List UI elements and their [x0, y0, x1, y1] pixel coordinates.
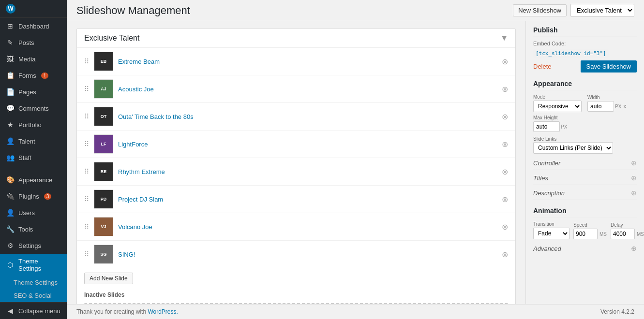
- footer-left: Thank you for creating with WordPress.: [76, 308, 178, 315]
- submenu-seo-social[interactable]: SEO & Social: [0, 289, 67, 302]
- publish-actions-row: Delete Save Slideshow: [533, 60, 637, 72]
- slide-name-link[interactable]: Extreme Beam: [118, 58, 497, 65]
- drag-handle-icon[interactable]: ⠿: [84, 58, 89, 65]
- save-slideshow-button[interactable]: Save Slideshow: [581, 60, 637, 72]
- slide-name-link[interactable]: LightForce: [118, 141, 497, 148]
- sidebar-item-users[interactable]: 👤 Users: [0, 204, 67, 221]
- submenu-theme-settings[interactable]: Theme Settings: [0, 276, 67, 289]
- table-row: ⠿ PD Project DJ Slam ⊗: [77, 186, 515, 213]
- collapse-menu-button[interactable]: ◀ Collapse menu: [0, 303, 67, 319]
- right-sidebar: Publish Embed Code: [tcx_slideshow id="3…: [525, 21, 644, 304]
- theme-settings-icon: ⬡: [6, 261, 15, 269]
- editor: Exclusive Talent ▼ ⠿ EB Extreme Beam ⊗ ⠿…: [67, 21, 525, 304]
- users-icon: 👤: [6, 208, 15, 217]
- slideshow-selector[interactable]: Exclusive Talent: [570, 4, 634, 17]
- appearance-title: Appearance: [533, 80, 637, 90]
- mode-select[interactable]: Responsive: [533, 101, 582, 112]
- table-row: ⠿ EB Extreme Beam ⊗: [77, 48, 515, 75]
- delay-input[interactable]: 4000: [611, 229, 635, 239]
- sidebar-item-label: Forms: [18, 72, 36, 79]
- sidebar-item-dashboard[interactable]: ⊞ Dashboard: [0, 18, 67, 34]
- slide-name-link[interactable]: Project DJ Slam: [118, 196, 497, 203]
- controller-collapsible[interactable]: Controller ⊕: [533, 157, 637, 170]
- slide-delete-icon[interactable]: ⊗: [502, 222, 508, 232]
- max-height-input[interactable]: auto: [533, 121, 560, 132]
- sidebar-item-portfolio[interactable]: ★ Portfolio: [0, 116, 67, 133]
- drag-handle-icon[interactable]: ⠿: [84, 223, 89, 231]
- description-collapsible[interactable]: Description ⊕: [533, 187, 637, 200]
- slide-links-label: Slide Links: [533, 136, 556, 142]
- slide-name-link[interactable]: Rhythm Extreme: [118, 168, 497, 175]
- table-row: ⠿ RE Rhythm Extreme ⊗: [77, 158, 515, 186]
- media-icon: 🖼: [6, 55, 15, 63]
- speed-input[interactable]: 900: [573, 229, 598, 239]
- slide-delete-icon[interactable]: ⊗: [502, 57, 508, 66]
- sidebar-item-posts[interactable]: ✎ Posts: [0, 34, 67, 51]
- slide-delete-icon[interactable]: ⊗: [502, 167, 508, 176]
- delay-col: Delay 4000 MS: [611, 222, 644, 239]
- slide-thumbnail: EB: [94, 52, 113, 71]
- appearance-section: Appearance Mode Responsive Width auto PX: [533, 80, 637, 200]
- slide-delete-icon[interactable]: ⊗: [502, 140, 508, 149]
- sidebar-item-tools[interactable]: 🔧 Tools: [0, 221, 67, 237]
- advanced-label: Advanced: [533, 245, 561, 252]
- description-label: Description: [533, 189, 565, 197]
- sidebar-item-appearance[interactable]: 🎨 Appearance: [0, 172, 67, 188]
- sidebar-item-media[interactable]: 🖼 Media: [0, 51, 67, 67]
- sidebar-item-forms[interactable]: 📋 Forms 1: [0, 67, 67, 84]
- talent-icon: 👤: [6, 137, 15, 145]
- slide-delete-icon[interactable]: ⊗: [502, 112, 508, 121]
- drag-handle-icon[interactable]: ⠿: [84, 168, 89, 175]
- slide-links-select[interactable]: Custom Links (Per Slide): [533, 142, 613, 154]
- sidebar-item-label: Staff: [18, 154, 31, 161]
- slide-delete-icon[interactable]: ⊗: [502, 250, 508, 259]
- sidebar-item-label: Users: [18, 209, 35, 217]
- titles-collapsible[interactable]: Titles ⊕: [533, 172, 637, 185]
- width-input[interactable]: auto: [587, 101, 614, 112]
- topbar: Slideshow Management New Slideshow Exclu…: [67, 0, 644, 21]
- drag-handle-icon[interactable]: ⠿: [84, 113, 89, 120]
- drag-handle-icon[interactable]: ⠿: [84, 250, 89, 258]
- add-new-slide-button[interactable]: Add New Slide: [84, 273, 133, 284]
- max-height-label: Max Height: [533, 115, 567, 120]
- drag-handle-icon[interactable]: ⠿: [84, 140, 89, 148]
- sidebar-item-pages[interactable]: 📄 Pages: [0, 84, 67, 100]
- slide-name-link[interactable]: Volcano Joe: [118, 223, 497, 231]
- sidebar-item-plugins[interactable]: 🔌 Plugins 3: [0, 188, 67, 204]
- titles-label: Titles: [533, 174, 548, 182]
- main-content: Slideshow Management New Slideshow Exclu…: [67, 0, 644, 319]
- animation-section: Animation Transition Fade Speed 900 MS: [533, 207, 637, 255]
- sidebar-item-talent[interactable]: 👤 Talent: [0, 133, 67, 149]
- slide-name-link[interactable]: Acoustic Joe: [118, 86, 497, 93]
- dimension-separator: x: [623, 103, 626, 110]
- thumb-label: LF: [101, 142, 106, 146]
- slide-name-link[interactable]: SING!: [118, 251, 497, 258]
- slide-delete-icon[interactable]: ⊗: [502, 195, 508, 204]
- sidebar-item-label: Portfolio: [18, 121, 42, 129]
- slide-thumbnail: LF: [94, 134, 113, 154]
- publish-section: Publish Embed Code: [tcx_slideshow id="3…: [533, 26, 637, 72]
- thumb-label: VJ: [101, 224, 106, 229]
- sidebar-item-comments[interactable]: 💬 Comments: [0, 100, 67, 116]
- sidebar-logo: W: [0, 0, 67, 18]
- animation-title: Animation: [533, 207, 637, 218]
- delete-link[interactable]: Delete: [533, 63, 552, 70]
- slide-delete-icon[interactable]: ⊗: [502, 85, 508, 94]
- sidebar-item-staff[interactable]: 👥 Staff: [0, 149, 67, 166]
- topbar-right: New Slideshow Exclusive Talent: [513, 4, 634, 17]
- drag-handle-icon[interactable]: ⠿: [84, 85, 89, 93]
- slideshow-collapse-button[interactable]: ▼: [500, 34, 508, 43]
- transition-select[interactable]: Fade: [533, 228, 569, 239]
- slide-thumbnail: SG: [94, 245, 113, 264]
- table-row: ⠿ SG SING! ⊗: [77, 241, 515, 268]
- sidebar-item-settings[interactable]: ⚙ Settings: [0, 237, 67, 254]
- new-slideshow-button[interactable]: New Slideshow: [513, 4, 567, 16]
- sidebar-footer: ◀ Collapse menu: [0, 302, 67, 319]
- sidebar-item-label: Posts: [18, 39, 34, 46]
- drag-handle-icon[interactable]: ⠿: [84, 195, 89, 203]
- wordpress-link[interactable]: WordPress.: [148, 308, 178, 315]
- advanced-collapsible[interactable]: Advanced ⊕: [533, 242, 637, 255]
- slide-name-link[interactable]: Outa' Time Back to the 80s: [118, 113, 497, 120]
- sidebar-item-theme-settings[interactable]: ⬡ Theme Settings: [0, 254, 67, 276]
- sidebar-item-label: Plugins: [18, 193, 39, 200]
